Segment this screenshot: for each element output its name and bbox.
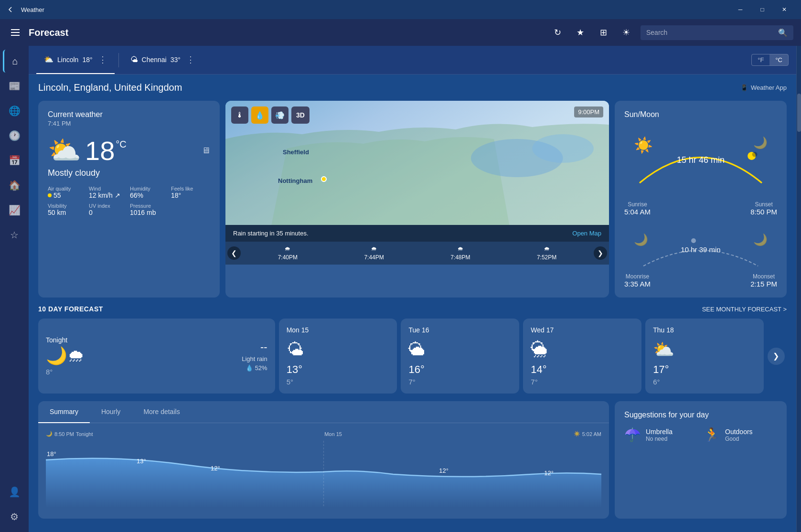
- forecast-next-button[interactable]: ❯: [768, 348, 785, 365]
- maximize-button[interactable]: □: [751, 0, 773, 19]
- hamburger-menu[interactable]: [8, 25, 23, 40]
- chart-label-tonight: 🌙 8:50 PM Tonight: [46, 431, 93, 437]
- weather-app-link[interactable]: 📱 Weather App: [740, 84, 787, 91]
- svg-point-3: [752, 152, 758, 157]
- weather-app-label: Weather App: [751, 84, 787, 91]
- sidebar-item-chart[interactable]: 📈: [3, 199, 26, 222]
- tue16-low: 7°: [408, 378, 415, 386]
- close-button[interactable]: ✕: [773, 0, 795, 19]
- temp-unit-toggle: °F °C: [751, 54, 789, 66]
- moonrise-time: 3:35 AM: [624, 280, 651, 288]
- rain-drop-icon-1: 🌧: [285, 245, 290, 252]
- lincoln-more-icon[interactable]: ⋮: [98, 54, 107, 65]
- wed17-name: Wed 17: [531, 326, 554, 334]
- mon15-icon: 🌤: [287, 340, 304, 360]
- map-3d-button[interactable]: 3D: [291, 106, 310, 124]
- rain-drop-icon-2: 🌧: [371, 245, 377, 252]
- fahrenheit-button[interactable]: °F: [752, 54, 769, 65]
- sunset-item: Sunset 8:50 PM: [750, 201, 777, 216]
- sidebar-item-history[interactable]: 🕐: [3, 124, 26, 147]
- tab-divider: [118, 53, 119, 67]
- sidebar-item-star[interactable]: ☆: [3, 223, 26, 246]
- tab-more-details[interactable]: More details: [132, 401, 191, 423]
- moonset-item: Moonset 2:15 PM: [750, 273, 777, 288]
- tonight-left: Tonight 🌙🌧 8°: [46, 336, 85, 376]
- cw-stats-2: Visibility 50 km UV index 0 Pressure 101…: [48, 203, 210, 216]
- current-weather-card: Current weather 7:41 PM ⛅ 18 °C 🖥 Mostly…: [38, 101, 220, 298]
- sidebar-item-home2[interactable]: 🏠: [3, 174, 26, 197]
- forecast-days: Tonight 🌙🌧 8° -- Light rain 💧 52%: [38, 319, 787, 394]
- tonight-desc: Light rain: [242, 355, 267, 362]
- humidity-value: 66%: [130, 192, 169, 199]
- monthly-forecast-link[interactable]: SEE MONTHLY FORECAST >: [702, 306, 787, 313]
- sunrise-label: Sunrise: [624, 201, 651, 208]
- fl-value: 18°: [171, 192, 210, 199]
- umbrella-name: Umbrella: [646, 428, 673, 436]
- tab-summary[interactable]: Summary: [38, 401, 90, 423]
- celsius-button[interactable]: °C: [769, 54, 788, 65]
- content-area: ⛅ Lincoln 18° ⋮ 🌤 Chennai 33° ⋮ °F °C Li…: [29, 46, 796, 532]
- scrollbar-thumb[interactable]: [797, 94, 801, 132]
- back-button[interactable]: [6, 5, 15, 14]
- wind-label: Wind: [89, 186, 128, 192]
- chart-temp-18: 18°: [47, 450, 56, 458]
- chart-temp-12c: 12°: [544, 469, 554, 477]
- sidebar-item-news[interactable]: 📰: [3, 74, 26, 97]
- umbrella-info: Umbrella No need: [646, 428, 673, 442]
- forecast-section: 10 DAY FORECAST SEE MONTHLY FORECAST > T…: [38, 305, 787, 394]
- sidebar-item-globe[interactable]: 🌐: [3, 99, 26, 122]
- feels-like-stat: Feels like 18°: [171, 186, 210, 199]
- title-bar: Weather ─ □ ✕: [0, 0, 801, 19]
- window-controls: ─ □ ✕: [729, 0, 795, 19]
- summary-tabs: Summary Hourly More details: [38, 401, 609, 423]
- mon15-low: 5°: [287, 378, 293, 386]
- sidebar-item-profile[interactable]: 👤: [3, 480, 26, 503]
- map-prev-button[interactable]: ❮: [227, 246, 241, 260]
- outdoors-info: Outdoors Good: [725, 428, 753, 442]
- suggestions-grid: ☂️ Umbrella No need 🏃 Outdoors Good: [624, 427, 777, 443]
- minimize-button[interactable]: ─: [729, 0, 751, 19]
- share-icon[interactable]: 🖥: [202, 146, 210, 156]
- map-next-button[interactable]: ❯: [594, 246, 607, 260]
- map-times: 🌧 7:40PM 🌧 7:44PM 🌧 7:48PM: [225, 242, 609, 265]
- wind-arrow-icon: ↗: [115, 192, 120, 199]
- wind-tool[interactable]: 💨: [271, 106, 288, 124]
- current-temp-unit: °C: [116, 139, 126, 150]
- suggestions-title: Suggestions for your day: [624, 411, 777, 419]
- refresh-button[interactable]: ↻: [549, 24, 566, 41]
- tab-hourly[interactable]: Hourly: [90, 401, 132, 423]
- umbrella-status: No need: [646, 436, 673, 442]
- chart-temp-12a: 12°: [211, 465, 220, 472]
- moon-duration: 10 hr 39 min: [681, 245, 720, 254]
- map-location-dot: [321, 176, 327, 182]
- outdoors-status: Good: [725, 436, 753, 442]
- suggestions-card: Suggestions for your day ☂️ Umbrella No …: [615, 401, 787, 519]
- settings-icon[interactable]: ☀: [618, 24, 635, 41]
- rain-tool[interactable]: 💧: [251, 106, 268, 124]
- pressure-stat: Pressure 1016 mb: [130, 203, 169, 216]
- sidebar-item-settings[interactable]: ⚙: [3, 505, 26, 528]
- map-times-row: 🌧 7:40PM 🌧 7:44PM 🌧 7:48PM: [225, 242, 609, 265]
- map-nottingham-label: Nottingham: [278, 177, 312, 184]
- chart-header: 🌙 8:50 PM Tonight Mon 15 ☀️ 5:02 AM: [46, 431, 601, 437]
- lincoln-temp: 18°: [82, 56, 92, 64]
- sidebar-item-home[interactable]: ⌂: [3, 50, 26, 73]
- open-map-link[interactable]: Open Map: [572, 230, 601, 237]
- lincoln-name: Lincoln: [57, 56, 78, 64]
- chart-svg: [46, 441, 601, 508]
- current-weather-icon: ⛅: [48, 135, 81, 166]
- favorites-button[interactable]: ★: [572, 24, 589, 41]
- map-time-display: 9:00PM: [574, 106, 603, 117]
- thermometer-tool[interactable]: 🌡: [231, 106, 248, 124]
- tonight-high: --: [260, 341, 267, 353]
- tonight-low: 8°: [46, 368, 85, 376]
- chennai-more-icon[interactable]: ⋮: [186, 54, 195, 65]
- search-input[interactable]: [646, 29, 774, 36]
- pin-button[interactable]: ⊞: [595, 24, 612, 41]
- location-tab-lincoln[interactable]: ⛅ Lincoln 18° ⋮: [36, 46, 115, 74]
- sunset-label: Sunset: [750, 201, 777, 208]
- summary-card: Summary Hourly More details 🌙 8:50 PM To…: [38, 401, 609, 519]
- uv-stat: UV index 0: [89, 203, 128, 216]
- sidebar-item-calendar[interactable]: 📅: [3, 149, 26, 172]
- location-tab-chennai[interactable]: 🌤 Chennai 33° ⋮: [123, 46, 203, 74]
